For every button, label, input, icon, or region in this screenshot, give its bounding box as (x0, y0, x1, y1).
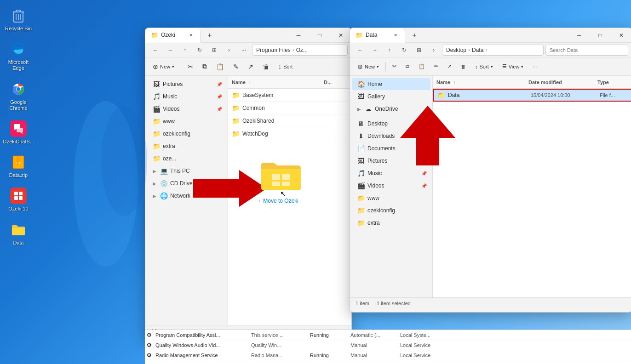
data-zip-icon[interactable]: ZIP Data.zip (2, 151, 34, 180)
sidebar-item-extra-data[interactable]: 📁 extra (352, 217, 430, 229)
data-rename-button[interactable]: ✏ (430, 60, 442, 73)
sidebar-item-network[interactable]: ▶ 🌐 Network (147, 190, 226, 202)
more-button[interactable]: ··· (237, 45, 250, 56)
data-more-button[interactable]: ··· (529, 60, 540, 73)
ozeki-chat-icon[interactable]: OzekiChatS... (2, 118, 34, 147)
data-up-button[interactable]: ↑ (383, 45, 396, 56)
videos-icon: 🎬 (153, 105, 160, 113)
file-name-watchdog: WatchDog (242, 131, 325, 137)
sidebar-item-downloads[interactable]: ⬇ Downloads 📌 (352, 130, 430, 142)
data-refresh-button[interactable]: ↻ (398, 45, 411, 56)
data-paste-button[interactable]: 📋 (415, 60, 429, 73)
data-file-row-data[interactable]: 📁 Data 15/04/2024 10:30 File f... (433, 89, 631, 102)
data-minimize-button[interactable]: ─ (568, 28, 590, 43)
data-copy-button[interactable]: ⧉ (402, 60, 413, 73)
ozeki-minimize-button[interactable]: ─ (288, 28, 309, 43)
rename-button[interactable]: ✎ (229, 60, 242, 73)
data-cut-button[interactable]: ✂ (389, 60, 400, 73)
sidebar-item-www-data[interactable]: 📁 www (352, 192, 430, 204)
svg-rect-2 (16, 10, 21, 12)
address-path[interactable]: Program Files › Oz... (252, 45, 348, 56)
ozeki-maximize-button[interactable]: □ (309, 28, 330, 43)
file-row-ozekishared[interactable]: 📁 OzekiShared (228, 114, 351, 127)
view-toggle-button[interactable]: ⊞ (208, 45, 221, 56)
paste-button[interactable]: 📋 (212, 60, 228, 73)
service-row-1[interactable]: ⚙ Program Compatibility Assi... This ser… (145, 330, 631, 340)
sidebar-item-desktop[interactable]: 🖥 Desktop 📌 (352, 118, 430, 130)
file-row-watchdog[interactable]: 📁 WatchDog (228, 127, 351, 140)
sidebar-item-www[interactable]: 📁 www (147, 115, 226, 127)
microsoft-edge-icon[interactable]: Microsoft Edge (2, 38, 34, 73)
data-tab-close[interactable]: ✕ (392, 31, 399, 39)
recycle-bin-icon[interactable]: Recycle Bin (2, 5, 34, 34)
back-button[interactable]: ← (149, 45, 162, 56)
data-new-dropdown: ▾ (377, 64, 379, 69)
data-view-toggle[interactable]: ⊞ (413, 45, 425, 56)
data-name-header[interactable]: Name ↑ (436, 80, 528, 85)
sidebar-item-pictures-data[interactable]: 🖼 Pictures 📌 (352, 155, 430, 167)
data-type-header[interactable]: Type (597, 80, 609, 85)
sidebar-item-onedrive[interactable]: ▶ ☁ OneDrive (352, 103, 430, 115)
sidebar-item-videos-data[interactable]: 🎬 Videos 📌 (352, 180, 430, 192)
svg-point-29 (101, 106, 147, 216)
network-icon: 🌐 (160, 192, 167, 199)
sidebar-item-extra[interactable]: 📁 extra (147, 140, 226, 152)
sidebar-item-gallery[interactable]: 🖼 Gallery (352, 91, 430, 102)
sort-button[interactable]: ↕ Sort (275, 60, 296, 73)
sidebar-item-music-data[interactable]: 🎵 Music 📌 (352, 167, 430, 179)
data-date-header[interactable]: Date modified (528, 80, 597, 85)
share-button[interactable]: ↗ (244, 60, 257, 73)
sidebar-item-pictures[interactable]: 🖼 Pictures 📌 (147, 78, 226, 90)
breadcrumb-expand[interactable]: › (223, 45, 235, 56)
data-share-button[interactable]: ↗ (444, 60, 455, 73)
ozeki-tab[interactable]: 📁 Ozeki ✕ (145, 28, 201, 43)
google-chrome-icon[interactable]: Google Chrome (2, 78, 34, 113)
name-header[interactable]: Name ↑ (232, 80, 324, 85)
sidebar-item-videos[interactable]: 🎬 Videos 📌 (147, 103, 226, 115)
oze-icon: 📁 (153, 155, 160, 162)
network-label: Network (170, 193, 190, 199)
delete-button[interactable]: 🗑 (259, 60, 273, 73)
sidebar-item-home[interactable]: 🏠 Home (352, 78, 430, 90)
data-view-button[interactable]: ☰ View ▾ (499, 60, 528, 73)
ozeki-10-icon[interactable]: Ozeki 10 (2, 185, 34, 214)
data-back-button[interactable]: ← (354, 45, 367, 56)
sidebar-item-ozekiconfig[interactable]: 📁 ozekiconfig (147, 128, 226, 140)
up-button[interactable]: ↑ (178, 45, 191, 56)
data-folder-icon[interactable]: Data (2, 219, 34, 248)
file-row-common[interactable]: 📁 Common (228, 102, 351, 114)
data-address-path[interactable]: Desktop › Data › (442, 45, 544, 56)
data-delete-button[interactable]: 🗑 (457, 60, 470, 73)
recycle-bin-label: Recycle Bin (5, 26, 32, 32)
date-header[interactable]: D... (324, 80, 351, 85)
data-sort-button[interactable]: ↕ Sort ▾ (471, 60, 497, 73)
data-new-button[interactable]: ⊕ New ▾ (354, 60, 383, 73)
ozeki-new-tab-button[interactable]: + (202, 28, 217, 43)
data-tab[interactable]: 📁 Data ✕ (350, 28, 405, 43)
data-new-tab-button[interactable]: + (407, 28, 422, 43)
svg-rect-21 (19, 196, 23, 200)
sidebar-item-cd-drive[interactable]: ▶ 💿 CD Drive (D:) Vir... (147, 177, 226, 189)
data-maximize-button[interactable]: □ (590, 28, 611, 43)
pin-icon-3: 📌 (217, 107, 222, 112)
forward-button[interactable]: → (164, 45, 177, 56)
sidebar-item-oze[interactable]: 📁 oze... (147, 153, 226, 165)
copy-button[interactable]: ⧉ (199, 60, 211, 73)
data-expand-button[interactable]: › (427, 45, 440, 56)
refresh-button[interactable]: ↻ (193, 45, 206, 56)
new-button[interactable]: ⊕ New ▾ (149, 60, 178, 73)
sidebar-item-ozekiconfig-data[interactable]: 📁 ozekiconfig (352, 205, 430, 216)
data-forward-button[interactable]: → (368, 45, 381, 56)
search-input[interactable] (545, 45, 628, 56)
ozeki-tab-close[interactable]: ✕ (187, 31, 195, 39)
ozeki-close-button[interactable]: ✕ (330, 28, 351, 43)
downloads-label: Downloads (367, 133, 395, 139)
sidebar-item-documents[interactable]: 📄 Documents 📌 (352, 142, 430, 154)
cut-button[interactable]: ✂ (184, 60, 197, 73)
sidebar-item-this-pc[interactable]: ▶ 💻 This PC (147, 165, 226, 177)
data-close-button[interactable]: ✕ (611, 28, 631, 43)
file-row-basesystem[interactable]: 📁 BaseSystem (228, 89, 351, 102)
sidebar-item-music[interactable]: 🎵 Music 📌 (147, 91, 226, 102)
service-row-2[interactable]: ⚙ Quality Windows Audio Vid... Quality W… (145, 340, 631, 350)
service-row-3[interactable]: ⚙ Radio Management Service Radio Mana...… (145, 350, 631, 360)
